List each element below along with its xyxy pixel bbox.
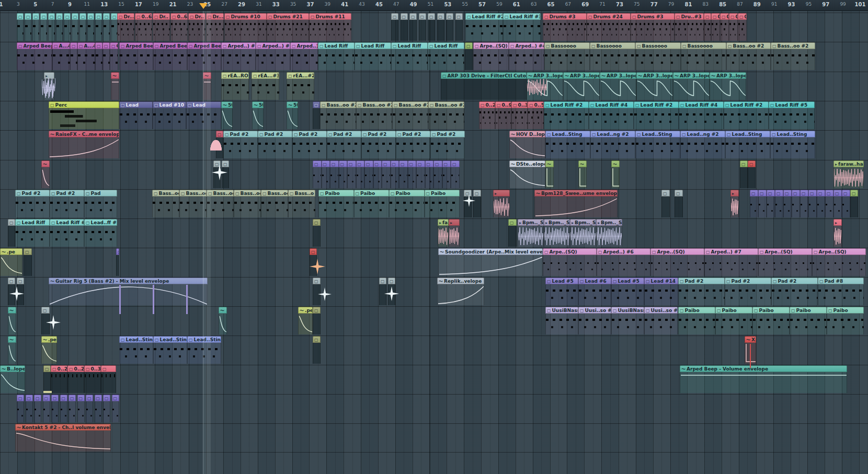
clip-bassoooo[interactable]: ▢Bassoooo: [544, 42, 590, 71]
clip-body[interactable]: [428, 108, 464, 129]
clip-hov-d-lope[interactable]: 〜HOV D..lope: [509, 131, 545, 159]
clip-lead-#10[interactable]: ▢Lead #10: [153, 101, 186, 130]
clip-title-bar[interactable]: ▢: [740, 160, 748, 167]
clip-lead-#5[interactable]: ▢Lead #5: [545, 278, 578, 306]
clip-title-bar[interactable]: 〜.pe: [41, 336, 57, 343]
clip-title-bar[interactable]: ▢rEA...#3: [252, 72, 279, 79]
clip-drums-#21[interactable]: ▢Drums #21: [267, 13, 309, 41]
clip-title-bar[interactable]: ▢: [391, 160, 399, 167]
clip-body[interactable]: [309, 20, 351, 41]
clip-title-bar[interactable]: ▢Pad #2: [361, 131, 396, 137]
clip-lead-riff-#2[interactable]: ▢Lead Riff #2: [634, 101, 679, 130]
clip-lead-riff-#3[interactable]: ▢Lead Riff #3: [503, 13, 541, 41]
clip-title-bar[interactable]: ▢Lead Riff #5: [769, 101, 815, 108]
clip-lead-#14[interactable]: ▢Lead #14: [644, 278, 678, 306]
clip-title-bar[interactable]: ▢Pad #2: [327, 131, 361, 137]
clip-title-bar[interactable]: ▢rEA..RO: [221, 72, 249, 79]
clip-title-bar[interactable]: 〜B..lope: [0, 365, 25, 372]
clip-bassoooo[interactable]: ▢Bassoooo: [681, 42, 726, 71]
clip-body[interactable]: [570, 226, 596, 247]
clip-title-bar[interactable]: ▢Drums #21: [267, 13, 309, 20]
clip-body[interactable]: [636, 79, 673, 100]
clip-dr-[interactable]: ▢Dr...: [117, 13, 134, 41]
clip-body[interactable]: [49, 284, 208, 305]
clip-title-bar[interactable]: ▢: [473, 190, 481, 196]
clip-0-6[interactable]: ▢0..6: [135, 13, 152, 41]
clip-plain[interactable]: ▢: [409, 13, 417, 41]
clip--pe[interactable]: 〜.pe: [0, 248, 22, 276]
clip-dots[interactable]: ▢: [356, 160, 365, 189]
clip-body[interactable]: [298, 314, 313, 334]
clip-title-bar[interactable]: ▢Arped Beep: [17, 42, 52, 49]
clip-body[interactable]: [833, 167, 864, 188]
clip-plain[interactable]: ▢: [43, 365, 51, 394]
clip-body[interactable]: [534, 196, 618, 217]
clip-body[interactable]: [34, 401, 41, 422]
clip-body[interactable]: [833, 226, 842, 247]
clip-body[interactable]: [503, 20, 541, 41]
clip-plain[interactable]: ▢: [313, 278, 321, 306]
clip-body[interactable]: [578, 314, 611, 334]
clip-title-bar[interactable]: ▢Perc: [49, 101, 119, 108]
timeline-ruler[interactable]: 1357911131517192123252729313335373941434…: [0, 0, 868, 11]
clip-body[interactable]: [589, 108, 634, 129]
clip-dots[interactable]: ▢: [808, 190, 817, 218]
clip-lead-riff[interactable]: ▢Lead Riff: [318, 42, 355, 71]
clip-title-bar[interactable]: ▢Bass..oo #2: [428, 101, 464, 108]
clip-body[interactable]: [508, 226, 517, 247]
clip-title-bar[interactable]: ▢Arped Beep: [119, 42, 153, 49]
clip-title-bar[interactable]: ▢: [313, 278, 321, 284]
clip-title-bar[interactable]: ▢0..2: [67, 365, 84, 372]
clip-bass-oo-#2[interactable]: ▢Bass..oo #2: [152, 190, 179, 218]
clip-body[interactable]: [430, 137, 465, 158]
clip-0-2[interactable]: ▢0..2: [479, 101, 495, 130]
clip-title-bar[interactable]: 〜: [219, 307, 227, 314]
clip-body[interactable]: [679, 108, 724, 129]
clip-title-bar[interactable]: ▢Lead Riff: [391, 42, 428, 49]
clip-body[interactable]: [419, 20, 426, 41]
clip-title-bar[interactable]: ▢: [416, 160, 425, 167]
clip-title-bar[interactable]: ▢Pad #2: [725, 278, 771, 284]
clip-lead-ng-#2[interactable]: ▢Lead..ng #2: [680, 131, 725, 159]
clip-5t-[interactable]: 〜5t..: [287, 101, 298, 130]
clip-title-bar[interactable]: ▢: [95, 42, 102, 49]
clip-body[interactable]: [396, 137, 430, 158]
clip-plain[interactable]: ▢: [428, 13, 435, 41]
clip-body[interactable]: [528, 108, 544, 129]
clip-title-bar[interactable]: ▢: [391, 13, 398, 20]
clip-title-bar[interactable]: ▢: [339, 160, 348, 167]
clip-dste-elope[interactable]: 〜DSte..elope: [509, 160, 545, 189]
clip-dots[interactable]: ▢: [833, 190, 842, 218]
clip-title-bar[interactable]: ▢Lead..ff #3: [84, 219, 117, 226]
clip-body[interactable]: [52, 49, 70, 70]
clip-plain[interactable]: ▢: [17, 278, 24, 306]
clip-dots[interactable]: ▢: [767, 190, 775, 218]
clip-title-bar[interactable]: ▢Arpe..(SQ): [473, 42, 509, 49]
clip-wave[interactable]: ▸: [449, 219, 460, 247]
clip-title-bar[interactable]: ▢: [313, 307, 321, 314]
clip-title-bar[interactable]: ▢: [40, 13, 47, 20]
clip-title-bar[interactable]: ▢Pad #2: [678, 278, 725, 284]
clip-paibo[interactable]: ▢Paibo: [318, 190, 354, 218]
clip-body[interactable]: [292, 137, 327, 158]
clip-lead-sting[interactable]: ▢Lead..Sting: [770, 131, 815, 159]
clip-title-bar[interactable]: ▢Pad #2: [50, 190, 84, 196]
clip-lead-sting[interactable]: ▢Lead..Sting: [153, 336, 187, 364]
clip-body[interactable]: [437, 20, 444, 41]
clip-body[interactable]: [17, 49, 52, 70]
clip-body[interactable]: [428, 20, 435, 41]
clip-title-bar[interactable]: ▢: [437, 13, 444, 20]
clip-title-bar[interactable]: ▢: [101, 365, 116, 372]
clip-body[interactable]: [389, 196, 425, 217]
clip-title-bar[interactable]: ▢0..3: [84, 365, 101, 372]
clip-body[interactable]: [356, 108, 392, 129]
playhead-marker-icon[interactable]: [199, 3, 208, 9]
clip-notes[interactable]: ▢: [87, 13, 94, 41]
clip-body[interactable]: [511, 108, 528, 129]
clip-body[interactable]: [313, 343, 321, 364]
clip-title-bar[interactable]: ▢: [64, 13, 71, 20]
clip-title-bar[interactable]: 〜ARP 3..lope: [710, 72, 746, 79]
clip-title-bar[interactable]: ▢: [508, 219, 517, 226]
clip-body[interactable]: [67, 372, 84, 393]
clip-title-bar[interactable]: ▢: [102, 42, 110, 49]
